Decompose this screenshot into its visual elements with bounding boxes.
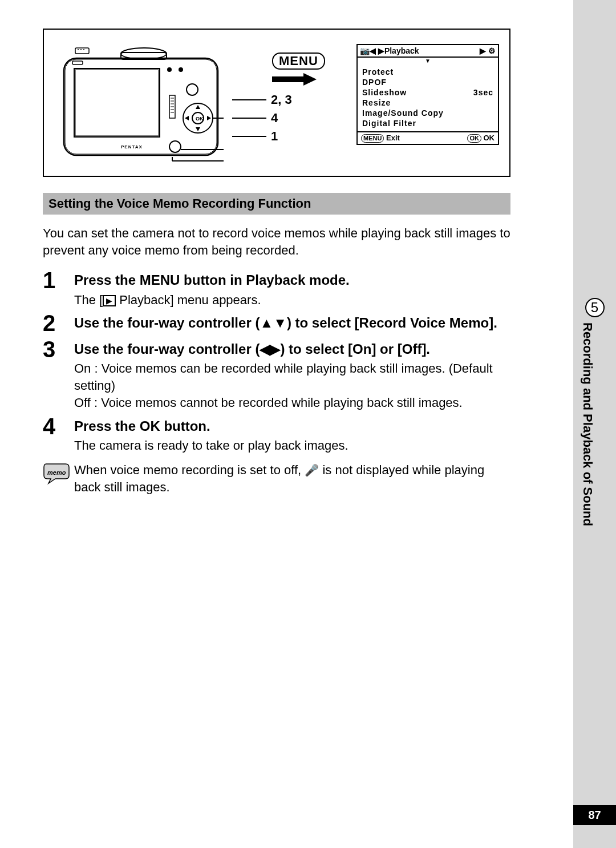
callout-labels: MENU 2, 3 4 1 xyxy=(232,53,325,147)
svg-point-8 xyxy=(80,49,82,50)
step-title: Use the four-way controller (◀▶) to sele… xyxy=(74,340,510,358)
step-number: 3 xyxy=(43,338,74,411)
figure-box: OK PENTAX MENU 2, 3 xyxy=(43,29,510,177)
step-number: 1 xyxy=(43,269,74,308)
callout-2-3: 2, 3 xyxy=(271,92,292,107)
step-1: 1 Press the MENU button in Playback mode… xyxy=(43,269,510,308)
steps-list: 1 Press the MENU button in Playback mode… xyxy=(43,269,510,454)
step-2: 2 Use the four-way controller (▲▼) to se… xyxy=(43,312,510,334)
memo-icon: memo xyxy=(43,462,74,495)
menu-tab-right: ▶ ⚙ xyxy=(480,46,496,55)
step-description: The [▶ Playback] menu appears. xyxy=(74,292,510,309)
menu-items-list: Protect DPOF Slideshow3sec Resize Image/… xyxy=(358,64,498,131)
svg-rect-10 xyxy=(72,61,83,64)
page-number: 87 xyxy=(573,805,616,825)
camera-illustration: OK PENTAX xyxy=(58,41,224,167)
sidebar-tab: 5 Recording and Playback of Sound 87 xyxy=(573,0,616,848)
step-description: On : Voice memos can be recorded while p… xyxy=(74,360,510,411)
menu-tab-left: 📷◀ ▶Playback xyxy=(360,46,419,55)
svg-text:memo: memo xyxy=(47,469,66,476)
svg-point-11 xyxy=(179,67,183,72)
svg-point-17 xyxy=(169,141,181,152)
callout-1: 1 xyxy=(271,129,278,144)
svg-text:PENTAX: PENTAX xyxy=(121,144,143,150)
step-title: Use the four-way controller (▲▼) to sele… xyxy=(74,314,510,332)
menu-button-label: MENU xyxy=(272,53,325,70)
step-number: 4 xyxy=(43,415,74,454)
memo-note: memo When voice memo recording is set to… xyxy=(43,462,510,495)
step-description: The camera is ready to take or play back… xyxy=(74,437,510,454)
microphone-icon: 🎤 xyxy=(305,464,319,477)
svg-rect-2 xyxy=(74,68,160,137)
step-3: 3 Use the four-way controller (◀▶) to se… xyxy=(43,338,510,411)
svg-rect-3 xyxy=(75,70,159,136)
svg-point-13 xyxy=(187,84,198,95)
svg-rect-1 xyxy=(65,59,217,154)
playback-menu-screen: 📷◀ ▶Playback ▶ ⚙ ▼ Protect DPOF Slidesho… xyxy=(356,44,499,145)
playback-icon: ▶ xyxy=(103,295,116,306)
callout-4: 4 xyxy=(271,111,278,126)
svg-rect-6 xyxy=(75,48,89,54)
chapter-number: 5 xyxy=(585,298,605,317)
svg-point-7 xyxy=(78,49,79,50)
svg-text:OK: OK xyxy=(196,116,204,122)
step-number: 2 xyxy=(43,312,74,334)
chapter-title: Recording and Playback of Sound xyxy=(580,322,595,526)
section-title-bar: Setting the Voice Memo Recording Functio… xyxy=(43,193,510,215)
memo-text: When voice memo recording is set to off,… xyxy=(74,462,510,495)
step-4: 4 Press the OK button. The camera is rea… xyxy=(43,415,510,454)
intro-text: You can set the camera not to record voi… xyxy=(43,225,510,259)
svg-point-9 xyxy=(83,49,84,50)
arrow-icon xyxy=(272,72,325,87)
step-title: Press the MENU button in Playback mode. xyxy=(74,271,510,289)
svg-rect-0 xyxy=(64,58,218,155)
svg-point-12 xyxy=(167,67,172,72)
step-title: Press the OK button. xyxy=(74,417,510,435)
